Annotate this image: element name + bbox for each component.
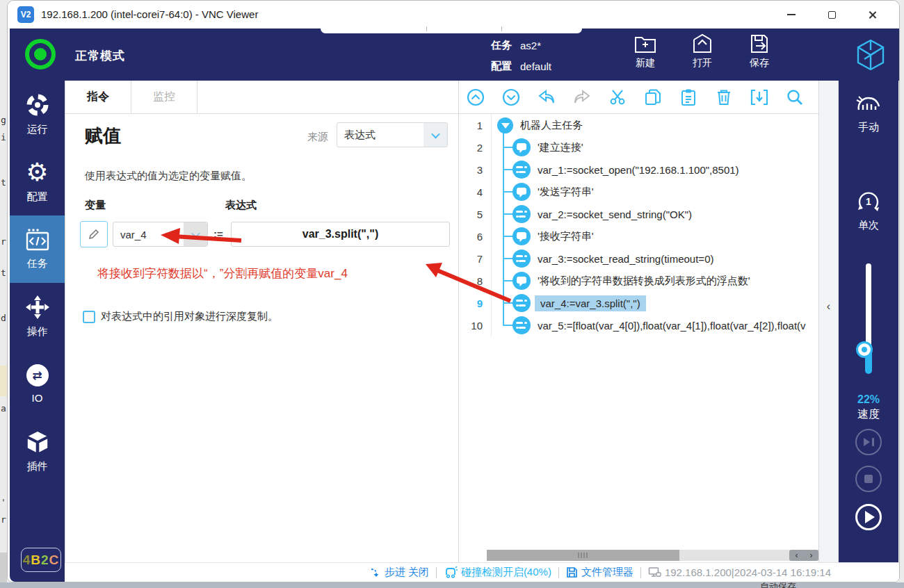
deep-copy-checkbox[interactable] [83, 311, 95, 323]
sidebar-label-config: 配置 [27, 190, 48, 204]
program-row[interactable]: 8 '将收到的字符串数据转换成列表形式的浮点数' [459, 270, 818, 292]
stop-icon [864, 475, 873, 483]
program-row[interactable]: 5 var_2:=socket_send_string("OK") [459, 203, 818, 225]
paste-icon[interactable] [679, 88, 698, 107]
program-toolbar [459, 81, 818, 114]
file-manager-button[interactable]: 文件管理器 [566, 566, 633, 579]
collision-status[interactable]: 碰撞检测开启(40%) [444, 566, 551, 579]
version-badge: 4B2C [21, 548, 61, 572]
comment-icon [512, 227, 531, 245]
manual-mode-button[interactable]: 手动 [839, 95, 898, 134]
sidebar-item-plugin[interactable]: 插件 [10, 418, 65, 485]
screen: gitrtd数a'r 自动保存 V2 192.168.1.200 (intel-… [0, 0, 904, 588]
source-select[interactable]: 表达式 [337, 122, 448, 147]
maximize-button[interactable] [812, 1, 852, 28]
scroll-left-icon[interactable]: ‹ [796, 550, 798, 560]
single-run-button[interactable]: 1 单次 [839, 188, 898, 232]
sidebar-label-run: 运行 [27, 123, 48, 136]
program-row[interactable]: 2 '建立连接' [459, 136, 818, 158]
tab-instruction[interactable]: 指令 [65, 81, 131, 113]
delete-icon[interactable] [714, 88, 734, 107]
program-row[interactable]: 9 var_4:=var_3.split(",") [459, 292, 818, 314]
connection-status: 192.168.1.200|2024-03-14 16:19:14 [648, 566, 831, 578]
skip-next-icon [864, 438, 874, 446]
scrollbar-buttons[interactable]: ‹› [789, 550, 818, 561]
close-button[interactable] [852, 1, 892, 28]
save-task-button[interactable]: 保存 [738, 33, 780, 70]
play-icon [865, 511, 875, 523]
mode-status-icon [25, 39, 56, 70]
sidebar-item-io[interactable]: ⇄ IO [10, 350, 65, 418]
program-row-text: var_4:=var_3.split(",") [535, 295, 646, 311]
stop-button[interactable] [855, 466, 882, 492]
insert-icon[interactable] [750, 88, 769, 107]
source-select-value: 表达式 [337, 123, 423, 147]
expression-input[interactable]: var_3.split(",") [231, 222, 450, 247]
desktop-bottom-band: 自动保存 [0, 582, 904, 588]
program-row[interactable]: 4 '发送字符串' [459, 181, 818, 203]
circle-down-icon[interactable] [501, 88, 521, 107]
variable-select[interactable]: var_4 [113, 222, 208, 247]
line-number: 1 [459, 114, 492, 136]
play-button[interactable] [855, 504, 882, 530]
left-sidebar: 运行 ⚙ 配置 任务 [10, 81, 65, 582]
network-monitor-icon [648, 566, 661, 578]
tab-monitor[interactable]: 监控 [131, 81, 197, 113]
scrollbar-thumb[interactable] [487, 550, 679, 561]
new-task-button[interactable]: 新建 [624, 33, 666, 70]
assign-operator: := [213, 228, 223, 240]
sidebar-item-task[interactable]: 任务 [10, 215, 65, 283]
search-icon[interactable] [785, 88, 805, 107]
collision-icon [444, 566, 458, 579]
pencil-icon [88, 228, 100, 240]
assignment-icon [512, 294, 531, 312]
speed-slider-thumb[interactable] [858, 343, 871, 356]
minimize-button[interactable] [771, 1, 812, 28]
vnc-toolbar-notch[interactable] [321, 23, 582, 33]
sidebar-item-operate[interactable]: 操作 [10, 283, 65, 350]
edit-variable-button[interactable] [80, 221, 108, 247]
circle-up-icon[interactable] [466, 88, 485, 107]
speed-slider-track[interactable] [866, 263, 871, 355]
open-task-button[interactable]: 打开 [681, 33, 723, 70]
config-value: default [520, 60, 551, 72]
step-mode-status[interactable]: 步进 关闭 [370, 566, 429, 579]
right-sidebar: 手动 1 单次 22% 速度 [839, 81, 898, 562]
page-title: 赋值 [85, 124, 121, 148]
program-row-text: 机器人主任务 [520, 119, 583, 132]
program-row[interactable]: 1 机器人主任务 [459, 114, 818, 136]
copy-icon[interactable] [643, 88, 663, 107]
open-task-label: 打开 [693, 57, 712, 70]
collapse-arrow-icon[interactable]: ‹ [827, 300, 830, 313]
variable-select-value: var_4 [113, 222, 184, 246]
step-next-button[interactable] [855, 429, 882, 455]
assignment-icon [512, 250, 531, 268]
mode-label: 正常模式 [75, 48, 125, 64]
undo-icon[interactable] [537, 88, 556, 107]
line-number: 2 [459, 136, 492, 158]
sidebar-item-config[interactable]: ⚙ 配置 [10, 148, 65, 215]
save-task-label: 保存 [750, 57, 769, 70]
sidebar-item-run[interactable]: 运行 [10, 81, 65, 148]
program-row[interactable]: 6 '接收字符串' [459, 225, 818, 247]
deep-copy-label: 对表达式中的引用对象进行深度复制。 [101, 310, 278, 323]
config-label: 配置 [491, 60, 512, 73]
line-number: 4 [459, 181, 492, 203]
horizontal-scrollbar[interactable]: ‹› [487, 550, 818, 561]
redo-icon[interactable] [572, 88, 592, 107]
instruction-panel: 指令 监控 赋值 来源 表达式 使用表达式的值为选定的变量赋值。 变量 表达式 [65, 81, 458, 562]
open-task-icon [691, 33, 714, 55]
cut-icon[interactable] [608, 88, 627, 107]
run-icon [25, 92, 50, 117]
sidebar-label-task: 任务 [27, 257, 48, 270]
hand-icon [855, 95, 882, 117]
scroll-right-icon[interactable]: › [810, 550, 813, 560]
program-row[interactable]: 10 var_5:=[float(var_4[0]),float(var_4[1… [459, 314, 818, 336]
expression-label: 表达式 [225, 199, 257, 212]
program-row[interactable]: 3 var_1:=socket_open("192.168.1.100",850… [459, 158, 818, 181]
task-meta: 任务as2* 配置default [491, 35, 551, 76]
program-row[interactable]: 7 var_3:=socket_read_string(timeout=0) [459, 247, 818, 270]
svg-text:1: 1 [866, 196, 871, 207]
operate-move-icon [25, 295, 50, 320]
program-row-text: '接收字符串' [538, 230, 594, 243]
